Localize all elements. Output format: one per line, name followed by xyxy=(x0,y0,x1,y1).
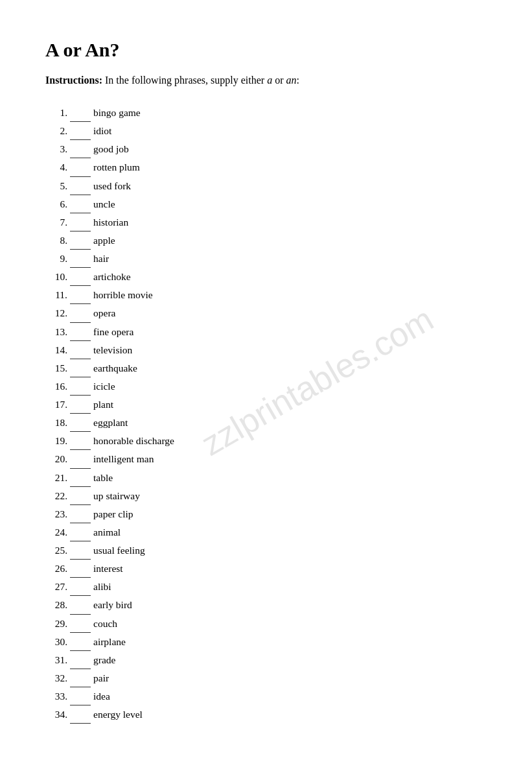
list-item: 12. opera xyxy=(45,304,487,322)
list-item: 30. airplane xyxy=(45,633,487,651)
answer-blank[interactable] xyxy=(70,341,91,359)
item-number: 4. xyxy=(45,158,67,176)
answer-blank[interactable] xyxy=(70,231,91,250)
answer-blank[interactable] xyxy=(70,651,91,669)
item-phrase: icicle xyxy=(93,377,487,395)
item-phrase: paper clip xyxy=(93,505,487,523)
item-phrase: idiot xyxy=(93,122,487,139)
item-number: 7. xyxy=(45,213,67,231)
item-phrase: apple xyxy=(93,231,487,249)
answer-blank[interactable] xyxy=(70,523,91,541)
list-item: 32. pair xyxy=(45,669,487,687)
answer-blank[interactable] xyxy=(70,377,91,396)
answer-blank[interactable] xyxy=(70,158,91,176)
list-item: 15. earthquake xyxy=(45,359,487,377)
item-phrase: table xyxy=(93,469,487,486)
item-number: 25. xyxy=(45,541,67,559)
item-phrase: interest xyxy=(93,560,487,577)
list-item: 19. honorable discharge xyxy=(45,432,487,450)
item-number: 27. xyxy=(45,578,67,595)
item-phrase: opera xyxy=(93,304,487,322)
item-phrase: grade xyxy=(93,651,487,669)
list-item: 14. television xyxy=(45,341,487,359)
list-item: 13. fine opera xyxy=(45,323,487,341)
list-item: 21. table xyxy=(45,469,487,487)
answer-blank[interactable] xyxy=(70,268,91,286)
answer-blank[interactable] xyxy=(70,687,91,705)
item-phrase: earthquake xyxy=(93,359,487,377)
answer-blank[interactable] xyxy=(70,487,91,505)
list-item: 26. interest xyxy=(45,560,487,578)
list-item: 23. paper clip xyxy=(45,505,487,523)
answer-blank[interactable] xyxy=(70,104,91,122)
answer-blank[interactable] xyxy=(70,705,91,724)
item-phrase: couch xyxy=(93,615,487,632)
item-phrase: used fork xyxy=(93,177,487,195)
item-number: 6. xyxy=(45,195,67,213)
instructions: Instructions: In the following phrases, … xyxy=(45,73,487,88)
item-phrase: historian xyxy=(93,213,487,231)
item-number: 18. xyxy=(45,414,67,431)
item-number: 33. xyxy=(45,687,67,705)
answer-blank[interactable] xyxy=(70,140,91,158)
answer-blank[interactable] xyxy=(70,596,91,614)
answer-blank[interactable] xyxy=(70,469,91,487)
list-item: 5. used fork xyxy=(45,177,487,195)
answer-blank[interactable] xyxy=(70,669,91,687)
item-phrase: plant xyxy=(93,396,487,413)
item-number: 20. xyxy=(45,450,67,468)
answer-blank[interactable] xyxy=(70,578,91,596)
item-number: 23. xyxy=(45,505,67,523)
list-item: 31. grade xyxy=(45,651,487,669)
page-content: zzlprintables.com A or An? Instructions:… xyxy=(45,39,487,724)
item-phrase: usual feeling xyxy=(93,541,487,559)
item-phrase: eggplant xyxy=(93,414,487,431)
answer-blank[interactable] xyxy=(70,396,91,414)
item-number: 3. xyxy=(45,140,67,158)
item-phrase: bingo game xyxy=(93,104,487,121)
item-number: 16. xyxy=(45,377,67,395)
item-number: 11. xyxy=(45,286,67,303)
answer-blank[interactable] xyxy=(70,195,91,213)
item-number: 8. xyxy=(45,231,67,249)
item-number: 17. xyxy=(45,396,67,413)
answer-blank[interactable] xyxy=(70,323,91,341)
item-number: 13. xyxy=(45,323,67,340)
answer-blank[interactable] xyxy=(70,541,91,560)
list-item: 8. apple xyxy=(45,231,487,250)
answer-blank[interactable] xyxy=(70,560,91,578)
answer-blank[interactable] xyxy=(70,304,91,322)
item-number: 5. xyxy=(45,177,67,195)
answer-blank[interactable] xyxy=(70,414,91,432)
answer-blank[interactable] xyxy=(70,450,91,468)
item-number: 14. xyxy=(45,341,67,359)
item-number: 24. xyxy=(45,523,67,541)
item-phrase: hair xyxy=(93,250,487,267)
list-item: 1. bingo game xyxy=(45,104,487,122)
answer-blank[interactable] xyxy=(70,615,91,633)
item-phrase: energy level xyxy=(93,705,487,723)
answer-blank[interactable] xyxy=(70,359,91,377)
item-number: 34. xyxy=(45,705,67,723)
instructions-bold: Instructions: xyxy=(45,75,102,86)
answer-blank[interactable] xyxy=(70,633,91,651)
item-number: 10. xyxy=(45,268,67,285)
item-phrase: early bird xyxy=(93,596,487,613)
answer-blank[interactable] xyxy=(70,177,91,195)
list-item: 20. intelligent man xyxy=(45,450,487,468)
list-item: 25. usual feeling xyxy=(45,541,487,560)
answer-blank[interactable] xyxy=(70,213,91,231)
answer-blank[interactable] xyxy=(70,122,91,140)
answer-blank[interactable] xyxy=(70,505,91,523)
answer-blank[interactable] xyxy=(70,250,91,268)
answer-blank[interactable] xyxy=(70,286,91,304)
list-item: 28. early bird xyxy=(45,596,487,614)
answer-blank[interactable] xyxy=(70,432,91,450)
item-number: 22. xyxy=(45,487,67,504)
item-number: 9. xyxy=(45,250,67,267)
item-phrase: up stairway xyxy=(93,487,487,504)
item-phrase: uncle xyxy=(93,195,487,213)
list-item: 29. couch xyxy=(45,615,487,633)
item-phrase: fine opera xyxy=(93,323,487,340)
item-phrase: idea xyxy=(93,687,487,705)
